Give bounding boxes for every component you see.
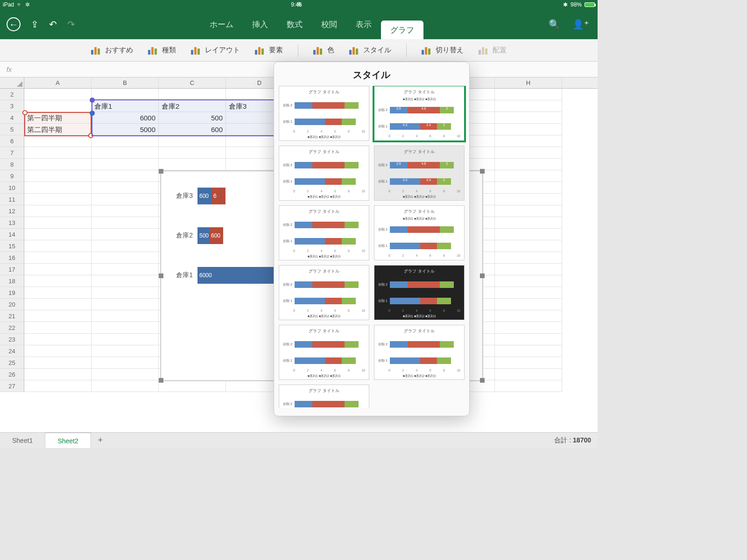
style-thumbnail[interactable]: グラフ タイトル分類 2分類 10246810■系列1 ■系列2 ■系列3 — [279, 385, 369, 408]
tab-表示[interactable]: 表示 — [346, 9, 381, 39]
style-thumbnail[interactable]: グラフ タイトル分類 2分類 10246810■系列1 ■系列2 ■系列3 — [279, 146, 369, 201]
select-all-corner[interactable] — [0, 77, 24, 88]
cell[interactable]: 6000 — [92, 112, 159, 124]
cell[interactable] — [92, 89, 159, 100]
cell[interactable]: 第一四半期 — [24, 112, 92, 124]
cell[interactable] — [92, 159, 159, 170]
row-header[interactable]: 15 — [0, 240, 24, 252]
row-header[interactable]: 2 — [0, 89, 24, 100]
cell[interactable] — [495, 124, 562, 135]
cell[interactable] — [92, 252, 159, 264]
cell[interactable] — [92, 240, 159, 252]
cell[interactable] — [24, 345, 92, 357]
resize-handle[interactable] — [480, 169, 485, 174]
cell[interactable]: 第二四半期 — [24, 124, 92, 135]
cell[interactable] — [24, 357, 92, 369]
cell[interactable] — [495, 147, 562, 159]
row-header[interactable]: 24 — [0, 345, 24, 357]
cell[interactable] — [92, 170, 159, 182]
cell[interactable] — [24, 217, 92, 229]
search-icon[interactable]: 🔍 — [549, 19, 560, 30]
row-header[interactable]: 9 — [0, 170, 24, 182]
cell[interactable] — [495, 380, 562, 392]
cell[interactable] — [92, 147, 159, 159]
cell[interactable] — [92, 310, 159, 322]
cell[interactable] — [24, 275, 92, 287]
tab-数式[interactable]: 数式 — [277, 9, 312, 39]
ribbon-要素[interactable]: 要素 — [255, 46, 283, 55]
cell[interactable] — [92, 182, 159, 194]
row-header[interactable]: 17 — [0, 264, 24, 275]
share-user-icon[interactable]: 👤⁺ — [572, 19, 589, 30]
cell[interactable] — [24, 229, 92, 240]
style-thumbnail[interactable]: グラフ タイトル分類 2分類 10246810■系列1 ■系列2 ■系列3 — [279, 265, 369, 320]
cell[interactable] — [495, 275, 562, 287]
cell[interactable] — [495, 299, 562, 310]
resize-handle[interactable] — [159, 273, 163, 278]
ribbon-レイアウト[interactable]: レイアウト — [191, 46, 240, 55]
style-thumbnail[interactable]: グラフ タイトル分類 2分類 10246810■系列1 ■系列2 ■系列3 — [279, 325, 369, 380]
cell[interactable] — [159, 89, 226, 100]
cell[interactable] — [24, 135, 92, 147]
cell[interactable]: 5000 — [92, 124, 159, 135]
cell[interactable] — [495, 345, 562, 357]
row-header[interactable]: 23 — [0, 334, 24, 345]
cell[interactable] — [495, 240, 562, 252]
cell[interactable] — [92, 135, 159, 147]
style-thumbnail[interactable]: グラフ タイトル分類 2分類 10246810■系列1 ■系列2 ■系列3 — [374, 265, 465, 320]
row-header[interactable]: 21 — [0, 310, 24, 322]
cell[interactable] — [92, 287, 159, 299]
ribbon-色[interactable]: 色 — [313, 46, 334, 55]
cell[interactable] — [495, 182, 562, 194]
cell[interactable] — [495, 170, 562, 182]
cell[interactable] — [92, 299, 159, 310]
cell[interactable] — [495, 334, 562, 345]
cell[interactable] — [24, 147, 92, 159]
cell[interactable] — [92, 380, 159, 392]
cell[interactable] — [159, 159, 226, 170]
cell[interactable] — [495, 112, 562, 124]
cell[interactable] — [495, 322, 562, 334]
cell[interactable] — [24, 182, 92, 194]
cell[interactable] — [495, 89, 562, 100]
cell[interactable]: 500 — [159, 112, 226, 124]
row-header[interactable]: 25 — [0, 357, 24, 369]
resize-handle[interactable] — [159, 169, 163, 174]
cell[interactable] — [24, 299, 92, 310]
cell[interactable] — [24, 240, 92, 252]
cell[interactable] — [24, 100, 92, 112]
cell[interactable] — [159, 135, 226, 147]
style-thumbnail[interactable]: グラフ タイトル■系列1 ■系列2 ■系列3分類 22.54.62分類 14.3… — [374, 86, 465, 141]
row-header[interactable]: 27 — [0, 380, 24, 392]
ribbon-配置[interactable]: 配置 — [479, 46, 507, 55]
ribbon-種類[interactable]: 種類 — [148, 46, 176, 55]
row-header[interactable]: 8 — [0, 159, 24, 170]
add-sheet-button[interactable]: + — [91, 435, 110, 445]
ribbon-おすすめ[interactable]: おすすめ — [91, 46, 133, 55]
row-header[interactable]: 18 — [0, 275, 24, 287]
back-button[interactable]: ← — [7, 17, 21, 31]
col-header-A[interactable]: A — [24, 77, 92, 88]
cell[interactable] — [92, 345, 159, 357]
cell[interactable] — [159, 147, 226, 159]
row-header[interactable]: 7 — [0, 147, 24, 159]
row-header[interactable]: 3 — [0, 100, 24, 112]
cell[interactable] — [92, 205, 159, 217]
style-thumbnail[interactable]: グラフ タイトル■系列1 ■系列2 ■系列3分類 2分類 10246810 — [374, 205, 465, 260]
cell[interactable] — [24, 380, 92, 392]
cell[interactable] — [92, 322, 159, 334]
style-thumbnail[interactable]: グラフ タイトル分類 2分類 10246810■系列1 ■系列2 ■系列3 — [279, 205, 369, 260]
cell[interactable] — [24, 322, 92, 334]
style-thumbnail[interactable]: グラフ タイトル分類 2分類 10246810■系列1 ■系列2 ■系列3 — [374, 325, 465, 380]
cell[interactable] — [24, 264, 92, 275]
tab-挿入[interactable]: 挿入 — [243, 9, 277, 39]
sheet-tab-Sheet2[interactable]: Sheet2 — [45, 433, 91, 448]
sheet-tab-Sheet1[interactable]: Sheet1 — [0, 433, 45, 448]
row-header[interactable]: 5 — [0, 124, 24, 135]
cell[interactable] — [495, 159, 562, 170]
cell[interactable] — [92, 357, 159, 369]
tab-校閲[interactable]: 校閲 — [312, 9, 346, 39]
cell[interactable] — [24, 310, 92, 322]
cell[interactable] — [495, 205, 562, 217]
col-header-H[interactable]: H — [495, 77, 562, 88]
